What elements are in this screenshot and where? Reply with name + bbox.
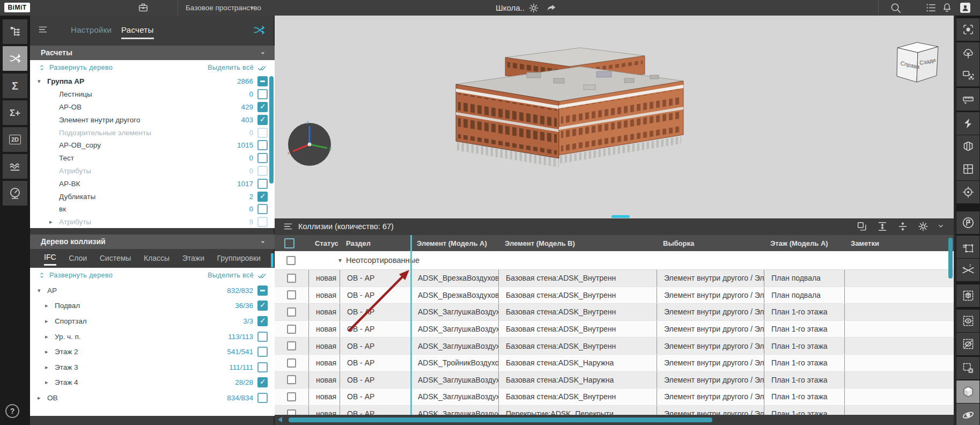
column-header[interactable]: Элемент (Модель А) [411, 239, 499, 247]
row-checkbox[interactable] [287, 290, 296, 299]
fit-height-icon[interactable] [876, 221, 888, 232]
tab-этажи[interactable]: Этажи [182, 254, 204, 265]
tree-item-checkbox[interactable] [257, 115, 268, 125]
tree-item-checkbox[interactable] [257, 140, 268, 150]
chevron-down-icon[interactable] [248, 4, 256, 12]
section-box-button[interactable] [956, 135, 979, 158]
tree-item-checkbox[interactable] [257, 316, 268, 326]
zoom-fit-button[interactable] [956, 18, 979, 41]
tree-item[interactable]: ▾Группа АР2866 [30, 75, 275, 88]
model-structure-button[interactable] [3, 19, 27, 44]
tree-item[interactable]: Элемент внутри другого403 [30, 113, 275, 126]
tree-item[interactable]: Дубликаты2 [30, 190, 275, 203]
tab-классы[interactable]: Классы [144, 254, 170, 265]
column-header[interactable]: Этаж (Модель А) [764, 239, 845, 247]
briefcase-icon[interactable] [137, 2, 149, 13]
collision-row[interactable]: новаяОВ - АРADSK_ЗаглушкаВоздуховодаБазо… [275, 321, 954, 338]
collision-row[interactable]: новаяОВ - АРADSK_ВрезкаВоздуховода_ПрБаз… [275, 287, 954, 304]
ruler-button[interactable] [956, 88, 979, 111]
collisions-icon[interactable] [252, 23, 266, 37]
tree-item-checkbox[interactable] [257, 362, 268, 372]
project-title[interactable]: Школа.. [496, 3, 525, 12]
expand-arrow-icon[interactable]: ▸ [49, 218, 59, 225]
tree-item[interactable]: ▸Спортзал3/3 [30, 313, 275, 329]
collisions-button[interactable] [3, 46, 27, 71]
axis-gizmo[interactable]: z x y [288, 120, 332, 166]
floor-plan-button[interactable] [956, 158, 979, 180]
tree-item-checkbox[interactable] [257, 192, 268, 202]
split-view-icon[interactable] [897, 221, 909, 232]
tree-item[interactable]: ▾АР832/832 [30, 283, 275, 298]
sum-button[interactable]: Σ [3, 74, 27, 98]
sheet-2d-button[interactable]: 2D [3, 127, 27, 152]
model-cube-button[interactable] [956, 380, 979, 403]
row-checkbox[interactable] [287, 358, 296, 368]
tree-item-checkbox[interactable] [257, 332, 268, 342]
collision-tree-header[interactable]: Дерево коллизий [30, 235, 275, 249]
scroll-left-arrow[interactable] [278, 417, 282, 422]
list-menu-icon[interactable] [925, 2, 937, 14]
expand-arrow-icon[interactable]: ▸ [38, 394, 47, 401]
collision-row[interactable]: новаяОВ - АРADSK_ЗаглушкаВоздуховодаПере… [275, 406, 954, 415]
tree-item[interactable]: ▸Этаж 428/28 [30, 375, 275, 391]
tree-item[interactable]: Атрибуты0 [30, 165, 275, 178]
search-icon[interactable] [889, 2, 902, 14]
clear-selection-button[interactable] [956, 357, 979, 379]
tree-item-checkbox[interactable] [257, 89, 268, 99]
app-logo[interactable]: BiMiT [4, 3, 30, 12]
select-all-link[interactable]: Выделить всё [208, 62, 268, 73]
tab-calculations[interactable]: Расчеты [121, 25, 154, 39]
tree-item-checkbox[interactable] [257, 347, 268, 357]
help-button[interactable]: ? [5, 404, 19, 418]
object-box-button[interactable] [956, 284, 979, 307]
column-header[interactable]: Раздел [340, 239, 411, 247]
tree-item[interactable]: ▸ОВ834/834 [30, 390, 275, 406]
tree-item[interactable]: ▸Атрибуты9 [30, 216, 275, 228]
expand-arrow-icon[interactable]: ▸ [45, 379, 55, 386]
viewport-3d[interactable]: z x y Справа Сзади [275, 16, 954, 218]
selection-area-button[interactable]: S [956, 236, 979, 258]
collision-row[interactable]: новаяОВ - АРADSK_ТройникВоздуховодовБазо… [275, 355, 954, 372]
collision-row[interactable]: новаяОВ - АРADSK_ЗаглушкаВоздуховодаБазо… [275, 304, 954, 321]
tree-item-checkbox[interactable] [257, 217, 268, 227]
expand-arrow-icon[interactable]: ▸ [45, 364, 55, 371]
expand-arrow-icon[interactable]: ▸ [45, 333, 55, 340]
expand-arrow-icon[interactable]: ▸ [45, 348, 55, 355]
panel-scroll-indicator[interactable] [271, 253, 274, 267]
tab-группировки[interactable]: Группировки [217, 254, 261, 265]
expand-arrow-icon[interactable]: ▸ [45, 318, 55, 325]
charts-button[interactable] [3, 154, 27, 179]
calc-tree-scrollbar[interactable] [269, 76, 274, 184]
column-header[interactable]: Выборка [657, 239, 764, 247]
tab-слои[interactable]: Слои [69, 254, 87, 265]
select-all-link[interactable]: Выделить всё [208, 270, 268, 281]
tree-item-checkbox[interactable] [257, 393, 268, 403]
tree-item[interactable]: Подозрительные элементы0 [30, 126, 275, 139]
expand-tree-link[interactable]: Развернуть дерево [38, 63, 113, 72]
row-checkbox[interactable] [287, 341, 296, 350]
expand-arrow-icon[interactable]: ▸ [45, 302, 55, 309]
tree-item[interactable]: вк0 [30, 203, 275, 216]
tab-ifc[interactable]: IFC [44, 253, 56, 266]
view-cube[interactable]: Справа Сзади [897, 42, 938, 82]
select-all-checkbox[interactable] [284, 238, 294, 248]
tree-item[interactable]: ▸Подвал36/36 [30, 298, 275, 314]
calc-section-header[interactable]: Расчеты [30, 46, 275, 60]
notifications-bell-icon[interactable] [941, 2, 953, 14]
panel-resize-handle[interactable] [611, 215, 630, 218]
column-resize-divider[interactable] [410, 235, 412, 415]
row-checkbox[interactable] [287, 392, 296, 401]
hide-button[interactable] [956, 333, 979, 355]
column-header[interactable]: Статус [309, 239, 340, 247]
row-checkbox[interactable] [287, 274, 296, 283]
tree-item[interactable]: ▸Ур. ч. п.113/113 [30, 329, 275, 345]
section-plane-button[interactable] [956, 112, 979, 135]
row-checkbox[interactable] [287, 375, 296, 384]
collapse-chevron-icon[interactable] [937, 222, 945, 230]
column-header[interactable]: Элемент (Модель В) [499, 239, 657, 247]
tree-item[interactable]: Лестницы0 [30, 88, 275, 101]
table-vertical-scrollbar[interactable] [948, 238, 953, 279]
table-horizontal-scrollbar[interactable] [289, 417, 712, 422]
tree-item[interactable]: ▸Этаж 2541/541 [30, 344, 275, 360]
expand-arrow-icon[interactable]: ▾ [38, 287, 47, 294]
